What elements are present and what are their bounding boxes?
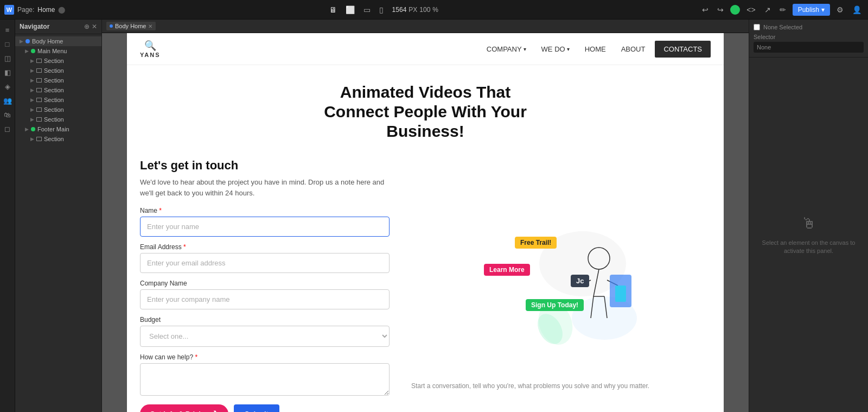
nav-link-contacts[interactable]: CONTACTS	[655, 41, 711, 58]
svg-rect-4	[615, 286, 626, 302]
nav-item-body-home[interactable]: ▶ Body Home	[15, 36, 101, 46]
canvas-tab-body-home[interactable]: Body Home ✕	[106, 22, 156, 30]
none-selected-row: None Selected	[754, 24, 864, 30]
jc-tag[interactable]: Jc	[571, 275, 589, 287]
expand-arrow-icon: ▶	[25, 48, 29, 54]
free-trail-tag[interactable]: Free Trail!	[515, 237, 557, 249]
section-icon	[36, 68, 42, 73]
expand-arrow-icon: ▶	[25, 126, 29, 132]
chevron-down-icon: ▾	[524, 46, 526, 52]
none-selected-checkbox[interactable]	[754, 24, 760, 30]
navigator-header: Navigator ⊕ ✕	[15, 20, 101, 34]
px-unit: PX	[409, 6, 417, 14]
nav-link-home[interactable]: HOME	[579, 42, 611, 56]
sidebar-icon-navigator[interactable]: ≡	[2, 24, 14, 36]
close-tab-icon[interactable]: ✕	[148, 23, 152, 29]
form-heading: Let's get in touch	[140, 159, 390, 173]
sidebar-icon-symbols[interactable]: ◈	[2, 80, 14, 92]
nav-item-section-8[interactable]: ▶ Section	[15, 134, 101, 144]
selector-label: Selector	[754, 34, 864, 40]
nav-item-section-2[interactable]: ▶ Section	[15, 66, 101, 75]
dot-icon	[31, 127, 35, 131]
code-icon[interactable]: <>	[744, 3, 757, 16]
nav-tree: ▶ Body Home ▶ Main Menu ▶ Section ▶ Sect…	[15, 34, 101, 412]
learn-more-tag[interactable]: Learn More	[484, 264, 530, 276]
nav-item-label: Section	[44, 77, 64, 84]
navigator-collapse-icon[interactable]: ✕	[92, 23, 97, 30]
dot-icon	[31, 49, 35, 53]
hero-title: Animated Videos That Connect People With…	[311, 83, 539, 141]
nav-item-label: Section	[44, 67, 64, 74]
webflow-logo[interactable]: W	[4, 5, 14, 15]
submit-button[interactable]: Submit	[234, 404, 279, 412]
get-info-button[interactable]: Get Info & Pricing ❯	[140, 404, 228, 412]
nav-link-company[interactable]: COMPANY ▾	[481, 42, 532, 56]
site-logo: 🔍 YANS	[140, 40, 161, 58]
redo-icon[interactable]: ↪	[715, 3, 726, 16]
nav-link-label: CONTACTS	[663, 45, 702, 53]
email-input[interactable]	[140, 253, 390, 273]
name-input[interactable]	[140, 217, 390, 237]
required-indicator: *	[195, 353, 197, 361]
sidebar-icon-pages[interactable]: □	[2, 38, 14, 50]
undo-icon[interactable]: ↩	[700, 3, 711, 16]
budget-select[interactable]: Select one... Under $1,000 $1,000 - $5,0…	[140, 326, 390, 347]
form-actions: Get Info & Pricing ❯ Submit	[140, 404, 390, 412]
sign-up-tag[interactable]: Sign Up Today!	[526, 299, 584, 311]
sidebar-icon-cms[interactable]: ◫	[2, 52, 14, 64]
nav-item-label: Body Home	[32, 38, 63, 45]
top-toolbar: W Page: Home ⬤ 🖥 ⬜ ▭ ▯ 1564 PX 100 % ↩ ↪…	[0, 0, 868, 20]
submit-label: Submit	[245, 410, 269, 412]
publish-button[interactable]: Publish ▾	[793, 4, 830, 16]
section-icon	[36, 88, 42, 92]
illustration-container: Free Trail! Learn More Jc Sign Up Today!	[474, 220, 648, 362]
sidebar-icon-users[interactable]: 👥	[2, 94, 14, 106]
nav-link-we-do[interactable]: WE DO ▾	[536, 42, 575, 56]
expand-arrow-icon: ▶	[30, 136, 34, 142]
how-field-group: How can we help? *	[140, 353, 390, 398]
settings-icon[interactable]: ⚙	[834, 3, 846, 16]
right-panel-top: None Selected Selector None	[749, 20, 868, 58]
nav-item-label: Main Menu	[37, 48, 67, 54]
nav-item-label: Section	[44, 116, 64, 123]
canvas-tab-label: Body Home	[115, 23, 146, 29]
mobile-portrait-icon[interactable]: ▯	[377, 3, 386, 16]
zoom-value: 100	[419, 6, 430, 14]
name-field-group: Name *	[140, 207, 390, 237]
nav-item-footer-main[interactable]: ▶ Footer Main	[15, 124, 101, 134]
zoom-unit: %	[432, 6, 438, 14]
name-label: Name *	[140, 207, 390, 214]
nav-link-label: HOME	[585, 45, 606, 53]
nav-item-section-6[interactable]: ▶ Section	[15, 105, 101, 115]
section-icon	[36, 59, 42, 63]
edit-icon[interactable]: ✏	[777, 3, 788, 16]
share-icon[interactable]: ↗	[762, 3, 773, 16]
nav-item-section-3[interactable]: ▶ Section	[15, 75, 101, 85]
nav-item-section-5[interactable]: ▶ Section	[15, 95, 101, 105]
nav-item-label: Section	[44, 58, 64, 64]
expand-arrow-icon: ▶	[30, 87, 34, 93]
nav-item-section-4[interactable]: ▶ Section	[15, 85, 101, 95]
contact-section: Let's get in touch We'd love to hear abo…	[127, 150, 724, 412]
nav-item-main-menu[interactable]: ▶ Main Menu	[15, 46, 101, 56]
nav-item-section-1[interactable]: ▶ Section	[15, 56, 101, 66]
company-input[interactable]	[140, 289, 390, 309]
account-icon[interactable]: 👤	[850, 3, 864, 16]
navigator-settings-icon[interactable]: ⊕	[84, 23, 90, 30]
form-subtext: We'd love to hear about the project you …	[140, 177, 390, 198]
how-textarea[interactable]	[140, 363, 390, 396]
none-selected-label: None Selected	[763, 24, 802, 30]
nav-item-section-7[interactable]: ▶ Section	[15, 115, 101, 124]
sidebar-icon-logic[interactable]: ◻	[2, 123, 14, 135]
nav-item-label: Section	[44, 136, 64, 142]
nav-link-about[interactable]: ABOUT	[616, 42, 651, 56]
illustration-svg	[474, 220, 648, 362]
canvas-area: Body Home ✕ 🔍 YANS COMPANY ▾	[102, 20, 749, 412]
tablet-icon[interactable]: ⬜	[343, 3, 357, 16]
mobile-landscape-icon[interactable]: ▭	[361, 3, 373, 16]
sidebar-icon-ecommerce[interactable]: 🛍	[2, 109, 14, 121]
desktop-icon[interactable]: 🖥	[327, 3, 339, 16]
right-panel: None Selected Selector None 🖱 Select an …	[749, 20, 868, 412]
nav-item-label: Section	[44, 87, 64, 93]
sidebar-icon-assets[interactable]: ◧	[2, 66, 14, 78]
